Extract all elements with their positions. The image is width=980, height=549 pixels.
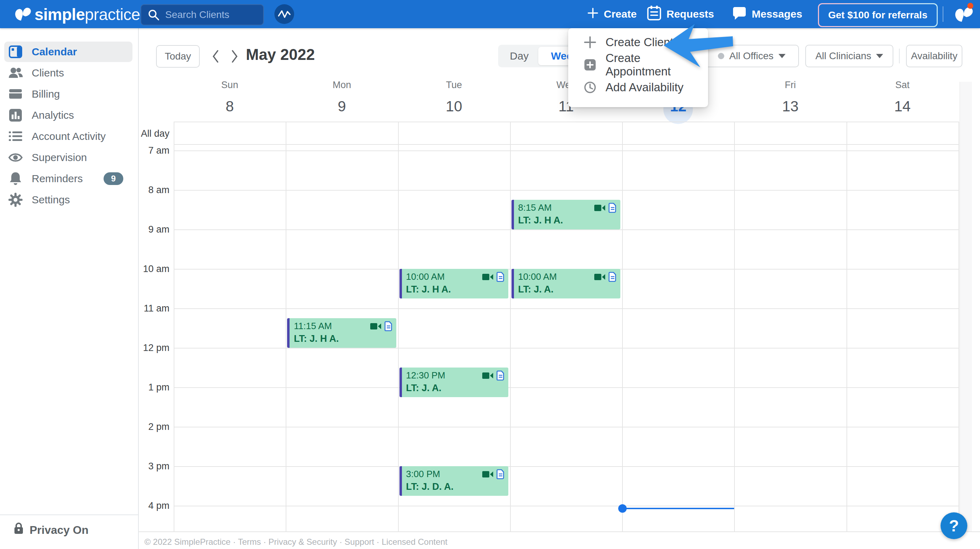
appointment-event[interactable]: 11:15 AMLT: J. H A. [287, 318, 396, 348]
footer-link-privacy-security[interactable]: Privacy & Security [269, 537, 337, 547]
create-dropdown-menu: Create ClientCreate AppointmentAdd Avail… [568, 28, 708, 107]
next-week-chevron-icon[interactable] [228, 48, 241, 65]
note-icon [496, 370, 505, 381]
privacy-toggle[interactable]: Privacy On [13, 522, 88, 538]
activity-icon[interactable] [274, 4, 294, 24]
sidebar-item-clients[interactable]: Clients [4, 63, 132, 83]
requests-button[interactable]: Requests [647, 0, 714, 28]
reminders-count-badge: 9 [103, 172, 123, 185]
note-icon [384, 321, 393, 332]
chevron-down-icon [876, 54, 883, 58]
day-header-number-13[interactable]: 13 [755, 98, 826, 115]
sidebar-item-label: Account Activity [32, 130, 106, 142]
event-icons [594, 203, 617, 213]
event-client-initials: LT: J. H A. [406, 284, 505, 295]
sidebar-item-label: Settings [32, 194, 70, 206]
event-icons [594, 272, 617, 282]
requests-icon [647, 5, 662, 23]
brand-logo[interactable]: simplepractice [13, 5, 140, 24]
availability-button[interactable]: Availability [906, 45, 963, 67]
time-label-2pm: 2 pm [135, 422, 169, 432]
day-column-gridline [846, 122, 847, 531]
appointment-event[interactable]: 12:30 PMLT: J. A. [399, 368, 508, 397]
day-header-number-9[interactable]: 9 [307, 98, 377, 115]
sidebar-item-supervision[interactable]: Supervision [4, 147, 132, 168]
hour-gridline [173, 190, 959, 191]
menu-item-create-appointment[interactable]: Create Appointment [568, 54, 708, 76]
appointment-event[interactable]: 3:00 PMLT: J. D. A. [399, 466, 508, 496]
referral-button[interactable]: Get $100 for referrals [818, 3, 938, 27]
view-day-tab[interactable]: Day [500, 47, 538, 65]
footer-separator: · [231, 537, 238, 547]
day-header-name-tue: Tue [419, 80, 489, 91]
sidebar-item-label: Reminders [32, 173, 83, 185]
appointment-event[interactable]: 8:15 AMLT: J. H A. [511, 200, 620, 229]
messages-button[interactable]: Messages [732, 0, 802, 28]
sidebar-item-settings[interactable]: Settings [4, 189, 132, 210]
messages-icon [732, 6, 747, 23]
hour-gridline [173, 150, 959, 151]
offices-filter-dropdown[interactable]: All Offices [705, 45, 799, 67]
time-label-11am: 11 am [135, 303, 169, 314]
note-icon [496, 272, 505, 282]
time-label-8am: 8 am [135, 185, 169, 196]
time-label-3pm: 3 pm [135, 461, 169, 472]
event-icons [482, 469, 505, 480]
sidebar-item-calendar[interactable]: Calendar [4, 41, 132, 62]
sidebar-item-reminders[interactable]: Reminders9 [4, 169, 132, 189]
notifications-butterfly-icon[interactable] [953, 4, 974, 24]
simplepractice-app: simplepractice Create Requests Messages … [0, 0, 980, 549]
event-client-initials: LT: J. D. A. [406, 481, 505, 492]
footer-separator: · [374, 537, 382, 547]
clinicians-filter-dropdown[interactable]: All Clinicians [805, 45, 893, 67]
day-header-number-8[interactable]: 8 [194, 98, 265, 115]
hour-gridline [173, 308, 959, 309]
notification-dot [967, 3, 973, 9]
footer-link-terms[interactable]: Terms [238, 537, 261, 547]
prev-week-chevron-icon[interactable] [209, 48, 222, 65]
sidebar-item-analytics[interactable]: Analytics [4, 105, 132, 126]
allday-row-top-line [173, 122, 959, 122]
note-icon [496, 469, 505, 480]
scrollbar-track[interactable] [959, 82, 972, 531]
supervision-icon [4, 152, 27, 163]
sidebar-item-label: Billing [32, 88, 60, 100]
toolbar-divider [899, 49, 900, 64]
top-navbar: simplepractice Create Requests Messages … [0, 0, 980, 28]
current-time-dot [618, 504, 627, 513]
day-header-number-14[interactable]: 14 [867, 98, 938, 115]
day-column-gridline [734, 122, 735, 531]
event-client-initials: LT: J. H A. [294, 333, 393, 344]
calendar-bottom-border [138, 531, 980, 532]
all-day-label: All day [135, 128, 169, 139]
menu-item-add-availability[interactable]: Add Availability [568, 76, 708, 99]
lock-icon [13, 522, 24, 538]
time-label-1pm: 1 pm [135, 382, 169, 393]
appointment-event[interactable]: 10:00 AMLT: J. A. [511, 269, 620, 298]
sidebar-item-billing[interactable]: Billing [4, 84, 132, 104]
time-label-7am: 7 am [135, 145, 169, 156]
footer: © 2022 SimplePractice · Terms · Privacy … [145, 537, 447, 547]
client-search-box [140, 4, 264, 25]
help-button[interactable]: ? [940, 512, 967, 539]
day-column-gridline [286, 122, 286, 531]
menu-item-create-client[interactable]: Create Client [568, 31, 708, 54]
footer-link-support[interactable]: Support [345, 537, 374, 547]
search-input[interactable] [164, 9, 254, 21]
appointment-event[interactable]: 10:00 AMLT: J. H A. [399, 269, 508, 298]
time-label-4pm: 4 pm [135, 500, 169, 511]
event-client-initials: LT: J. A. [518, 284, 617, 295]
video-icon [594, 273, 606, 281]
day-header-number-10[interactable]: 10 [419, 98, 489, 115]
time-label-10am: 10 am [135, 264, 169, 275]
today-button[interactable]: Today [156, 45, 200, 68]
footer-separator: · [337, 537, 345, 547]
sidebar-item-label: Clients [32, 67, 64, 79]
footer-link-licensed-content[interactable]: Licensed Content [382, 537, 447, 547]
analytics-icon [4, 108, 27, 122]
menu-item-label: Create Appointment [606, 51, 708, 78]
video-icon [370, 322, 382, 330]
billing-icon [4, 88, 27, 100]
sidebar-item-account-activity[interactable]: Account Activity [4, 126, 132, 146]
create-menu-button[interactable]: Create [587, 0, 636, 28]
